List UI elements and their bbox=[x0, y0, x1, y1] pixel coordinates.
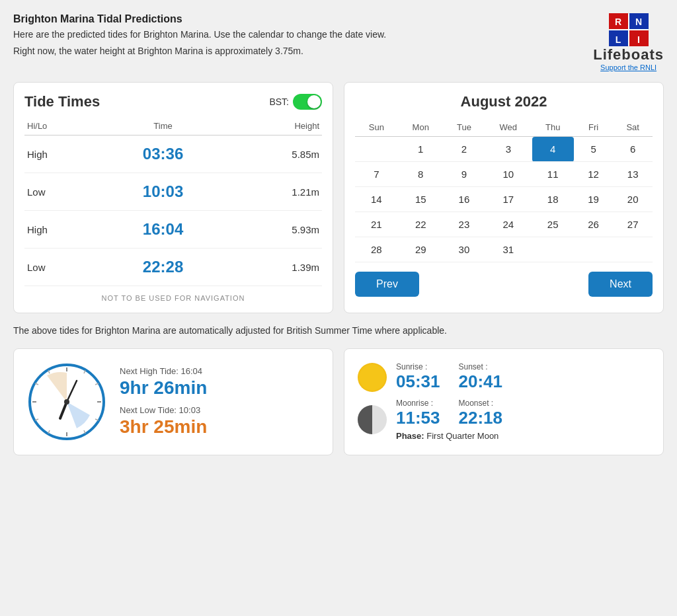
calendar-day-header: Sun bbox=[355, 118, 398, 137]
calendar-day-header: Sat bbox=[613, 118, 653, 137]
next-high-label: Next High Tide: 16:04 bbox=[120, 366, 207, 376]
sun-data: Sunrise : 05:31 Sunset : 20:41 bbox=[396, 362, 502, 392]
next-high-time: 9hr 26min bbox=[120, 377, 207, 399]
calendar-day-cell[interactable]: 9 bbox=[444, 162, 485, 187]
rnli-logo: R N L I Lifeboats Support the RNLI bbox=[593, 13, 664, 71]
calendar-day-cell[interactable]: 21 bbox=[355, 212, 398, 237]
tide-height: 1.21m bbox=[228, 173, 322, 211]
clock-face-icon bbox=[27, 362, 106, 442]
sunrise-label: Sunrise : bbox=[396, 362, 440, 371]
sunset-item: Sunset : 20:41 bbox=[459, 362, 503, 392]
header-desc1: Here are the predicted tides for Brighto… bbox=[13, 28, 386, 42]
tide-table-row: Low 22:28 1.39m bbox=[24, 249, 322, 286]
moonset-item: Moonset : 22:18 bbox=[459, 399, 503, 428]
calendar-day-cell[interactable]: 2 bbox=[444, 137, 485, 162]
tide-hilo: Low bbox=[24, 249, 98, 286]
svg-text:R: R bbox=[615, 17, 621, 27]
rnli-flag-icon: R N L I bbox=[609, 13, 649, 46]
tide-table-row: Low 10:03 1.21m bbox=[24, 173, 322, 211]
tide-time: 16:04 bbox=[98, 211, 229, 249]
header: Brighton Marina Tidal Predictions Here a… bbox=[13, 13, 664, 71]
tide-panel: Tide Times BST: Hi/Lo Time Height bbox=[13, 82, 333, 313]
calendar-day-cell[interactable]: 7 bbox=[355, 162, 398, 187]
moonrise-item: Moonrise : 11:53 bbox=[396, 399, 440, 428]
tide-height: 5.85m bbox=[228, 135, 322, 173]
next-button[interactable]: Next bbox=[588, 272, 653, 297]
calendar-day-cell[interactable]: 28 bbox=[355, 237, 398, 262]
calendar-day-cell[interactable]: 16 bbox=[444, 187, 485, 212]
calendar-day-cell[interactable]: 8 bbox=[398, 162, 444, 187]
sunset-label: Sunset : bbox=[459, 362, 503, 371]
calendar-selected-day[interactable]: 4 bbox=[532, 137, 574, 162]
calendar-week-row: 28293031 bbox=[355, 237, 653, 262]
clock-info: Next High Tide: 16:04 9hr 26min Next Low… bbox=[120, 366, 207, 438]
calendar-nav: Prev Next bbox=[355, 272, 653, 297]
moon-row: Moonrise : 11:53 Moonset : 22:18 Phase: … bbox=[358, 399, 650, 441]
calendar-empty-cell bbox=[613, 237, 653, 262]
clock-panel: Next High Tide: 16:04 9hr 26min Next Low… bbox=[13, 348, 333, 455]
rnli-support-link[interactable]: Support the RNLI bbox=[600, 63, 657, 71]
bst-label: BST: bbox=[269, 96, 289, 107]
calendar-header-row: SunMonTueWedThuFriSat bbox=[355, 118, 653, 137]
calendar-day-cell[interactable]: 12 bbox=[574, 162, 614, 187]
tide-panel-header: Tide Times BST: bbox=[24, 93, 322, 110]
svg-text:L: L bbox=[615, 34, 621, 45]
calendar-day-cell[interactable]: 26 bbox=[574, 212, 614, 237]
tide-panel-title: Tide Times bbox=[24, 93, 100, 110]
sunset-value: 20:41 bbox=[459, 371, 503, 392]
next-low-label: Next Low Tide: 10:03 bbox=[120, 405, 207, 415]
moon-data-container: Moonrise : 11:53 Moonset : 22:18 Phase: … bbox=[396, 399, 502, 441]
calendar-day-cell[interactable]: 24 bbox=[485, 212, 532, 237]
moonset-value: 22:18 bbox=[459, 408, 503, 428]
phase-text: Phase: First Quarter Moon bbox=[396, 431, 502, 441]
tide-table-row: High 03:36 5.85m bbox=[24, 135, 322, 173]
calendar-day-cell[interactable]: 14 bbox=[355, 187, 398, 212]
sun-row: Sunrise : 05:31 Sunset : 20:41 bbox=[358, 362, 650, 392]
calendar-day-cell[interactable]: 15 bbox=[398, 187, 444, 212]
phase-label: Phase: bbox=[396, 431, 424, 441]
header-text: Brighton Marina Tidal Predictions Here a… bbox=[13, 13, 386, 58]
calendar-week-row: 123456 bbox=[355, 137, 653, 162]
tide-table-header-row: Hi/Lo Time Height bbox=[24, 117, 322, 135]
calendar-day-cell[interactable]: 23 bbox=[444, 212, 485, 237]
calendar-day-header: Wed bbox=[485, 118, 532, 137]
rnli-brand-name: Lifeboats bbox=[593, 46, 664, 63]
calendar-day-cell[interactable]: 3 bbox=[485, 137, 532, 162]
sunmoon-panel: Sunrise : 05:31 Sunset : 20:41 M bbox=[344, 348, 664, 455]
calendar-week-row: 14151617181920 bbox=[355, 187, 653, 212]
calendar-day-cell[interactable]: 17 bbox=[485, 187, 532, 212]
calendar-day-header: Thu bbox=[532, 118, 574, 137]
svg-text:I: I bbox=[637, 34, 640, 45]
calendar-day-header: Fri bbox=[574, 118, 614, 137]
calendar-day-cell[interactable]: 19 bbox=[574, 187, 614, 212]
calendar-day-cell[interactable]: 29 bbox=[398, 237, 444, 262]
calendar-day-cell[interactable]: 1 bbox=[398, 137, 444, 162]
calendar-day-cell[interactable]: 11 bbox=[532, 162, 574, 187]
calendar-day-cell[interactable]: 27 bbox=[613, 212, 653, 237]
col-time: Time bbox=[98, 117, 229, 135]
calendar-day-cell[interactable]: 18 bbox=[532, 187, 574, 212]
calendar-day-header: Tue bbox=[444, 118, 485, 137]
sunrise-item: Sunrise : 05:31 bbox=[396, 362, 440, 392]
calendar-day-cell[interactable]: 5 bbox=[574, 137, 614, 162]
bst-toggle-container: BST: bbox=[269, 94, 322, 110]
calendar-empty-cell bbox=[574, 237, 614, 262]
calendar-empty-cell bbox=[532, 237, 574, 262]
calendar-day-cell[interactable]: 30 bbox=[444, 237, 485, 262]
calendar-day-cell[interactable]: 10 bbox=[485, 162, 532, 187]
bst-toggle-switch[interactable] bbox=[293, 94, 322, 110]
sun-icon bbox=[358, 363, 387, 392]
calendar-day-cell[interactable]: 31 bbox=[485, 237, 532, 262]
svg-text:N: N bbox=[635, 17, 642, 27]
calendar-day-header: Mon bbox=[398, 118, 444, 137]
calendar-day-cell[interactable]: 13 bbox=[613, 162, 653, 187]
calendar-day-cell[interactable]: 25 bbox=[532, 212, 574, 237]
calendar-table: SunMonTueWedThuFriSat 123456789101112131… bbox=[355, 118, 653, 262]
calendar-day-cell[interactable]: 20 bbox=[613, 187, 653, 212]
calendar-day-cell[interactable]: 6 bbox=[613, 137, 653, 162]
prev-button[interactable]: Prev bbox=[355, 272, 419, 297]
calendar-day-cell[interactable]: 22 bbox=[398, 212, 444, 237]
main-panels: Tide Times BST: Hi/Lo Time Height bbox=[13, 82, 664, 313]
col-height: Height bbox=[228, 117, 322, 135]
bottom-panels: Next High Tide: 16:04 9hr 26min Next Low… bbox=[13, 348, 664, 455]
